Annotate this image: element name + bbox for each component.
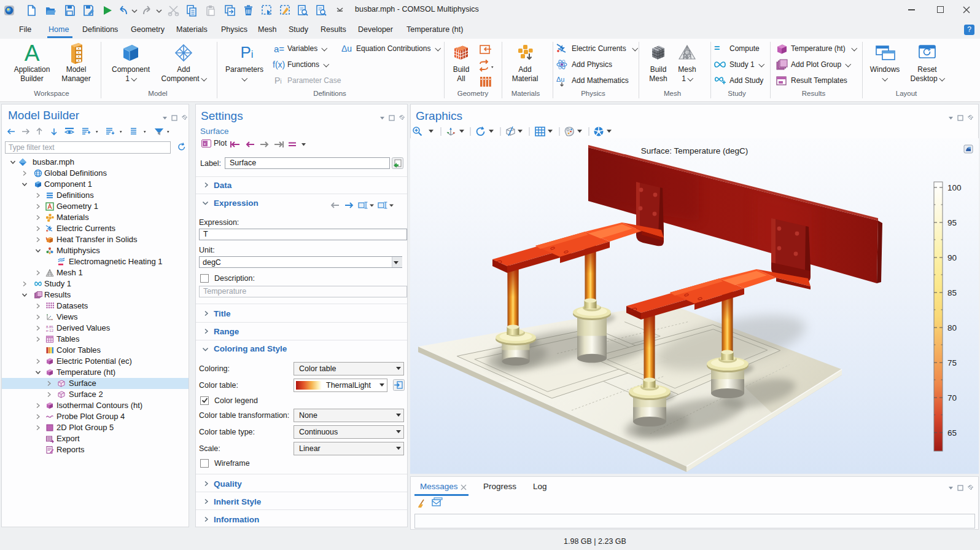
svg-text:95: 95: [947, 218, 957, 227]
svg-text:80: 80: [947, 323, 957, 332]
svg-text:90: 90: [947, 253, 957, 262]
svg-text:65: 65: [947, 428, 957, 438]
svg-text:Δu: Δu: [556, 76, 564, 83]
svg-text:e-12: e-12: [46, 329, 54, 332]
svg-text:70: 70: [947, 393, 957, 403]
svg-text:85: 85: [947, 288, 957, 297]
svg-text:8.85: 8.85: [46, 325, 53, 329]
svg-text:100: 100: [947, 183, 962, 192]
svg-text:Surface: Temperature (degC): Surface: Temperature (degC): [641, 146, 749, 155]
svg-text:75: 75: [947, 358, 957, 367]
